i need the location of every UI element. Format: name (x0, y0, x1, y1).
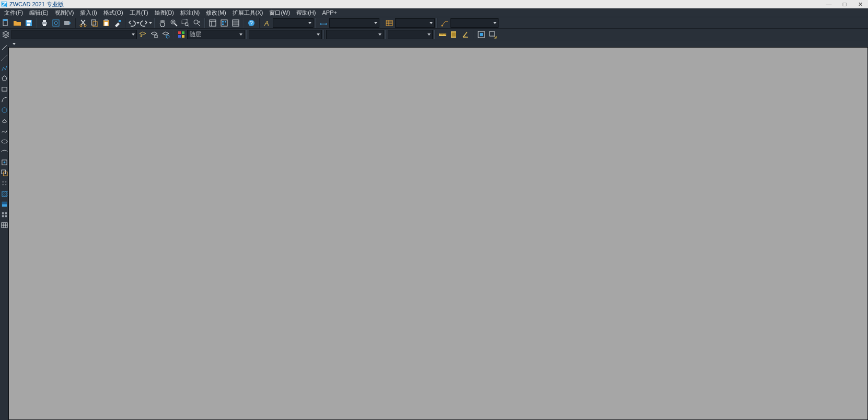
svg-rect-45 (490, 31, 494, 36)
menu-app-plus[interactable]: APP+ (319, 9, 340, 16)
arc-tool[interactable] (1, 96, 8, 103)
table-style-select[interactable] (395, 18, 435, 28)
undo-dropdown[interactable] (136, 19, 140, 27)
polygon-tool[interactable] (1, 75, 8, 82)
measure-area-button[interactable] (449, 30, 459, 39)
circle-tool[interactable] (1, 106, 8, 113)
properties-panel-button[interactable] (208, 18, 217, 28)
table-tool[interactable] (1, 221, 8, 229)
gradient-tool[interactable] (1, 200, 8, 208)
text-style-select[interactable] (273, 18, 314, 28)
zoom-realtime-button[interactable] (169, 18, 179, 28)
match-properties-button[interactable] (113, 18, 122, 28)
publish-button[interactable] (63, 18, 72, 28)
line-tool[interactable] (1, 43, 8, 51)
svg-rect-5 (27, 24, 30, 26)
close-button[interactable]: ✕ (852, 1, 868, 8)
cut-button[interactable] (78, 18, 88, 28)
lineweight-select[interactable] (326, 30, 384, 39)
svg-rect-56 (2, 191, 6, 196)
table-style-icon[interactable] (385, 18, 394, 28)
redo-button[interactable] (140, 19, 153, 27)
save-file-button[interactable] (24, 18, 33, 28)
minimize-button[interactable]: — (821, 1, 837, 8)
layer-previous-button[interactable] (138, 30, 147, 39)
svg-text:A: A (264, 19, 269, 27)
menu-draw[interactable]: 绘图(D) (152, 9, 177, 17)
tool-palettes-button[interactable] (231, 18, 240, 28)
layer-select[interactable] (11, 30, 137, 39)
spline-tool[interactable] (1, 127, 8, 134)
color-select[interactable]: 随层 (187, 30, 245, 39)
design-center-button[interactable] (219, 18, 229, 28)
block-create-button[interactable] (488, 30, 497, 39)
menu-extension-tools[interactable]: 扩展工具(X) (229, 9, 267, 17)
svg-rect-40 (182, 35, 184, 38)
svg-rect-61 (2, 215, 4, 217)
menu-modify[interactable]: 修改(M) (203, 9, 229, 17)
multileader-style-icon[interactable] (440, 18, 449, 28)
dimension-style-icon[interactable] (319, 18, 328, 28)
print-button[interactable] (40, 18, 49, 28)
polyline-tool[interactable] (1, 64, 8, 72)
svg-point-47 (2, 107, 6, 112)
draw-toolbar (0, 40, 8, 420)
block-insert-button[interactable] (477, 30, 486, 39)
layer-states-button[interactable] (149, 30, 159, 39)
menu-window[interactable]: 窗口(W) (266, 9, 293, 17)
svg-rect-19 (119, 20, 121, 22)
layer-properties-icon[interactable] (1, 30, 10, 39)
maximize-button[interactable]: □ (837, 1, 852, 8)
svg-rect-35 (155, 35, 157, 38)
hatch-tool[interactable] (1, 190, 8, 197)
point-tool[interactable] (1, 179, 8, 187)
svg-rect-25 (221, 20, 227, 26)
ellipse-arc-tool[interactable] (1, 148, 8, 155)
measure-distance-button[interactable] (438, 30, 447, 39)
menu-tools[interactable]: 工具(T) (126, 9, 152, 17)
rectangle-tool[interactable] (1, 85, 8, 93)
svg-point-53 (5, 181, 6, 182)
svg-point-10 (54, 21, 57, 25)
print-preview-button[interactable] (51, 18, 61, 28)
menu-dimension[interactable]: 标注(N) (177, 9, 203, 17)
svg-rect-8 (43, 24, 46, 26)
svg-rect-63 (1, 222, 7, 227)
menu-help[interactable]: 帮助(H) (293, 9, 319, 17)
menu-insert[interactable]: 插入(I) (77, 9, 100, 17)
insert-block-tool[interactable] (1, 158, 8, 166)
make-block-tool[interactable] (1, 169, 8, 176)
menu-view[interactable]: 视图(V) (52, 9, 77, 17)
revision-cloud-tool[interactable] (1, 117, 8, 124)
menu-file[interactable]: 文件(F) (1, 9, 26, 17)
redo-dropdown[interactable] (148, 19, 153, 27)
measure-angle-button[interactable] (461, 30, 470, 39)
open-file-button[interactable] (13, 18, 22, 28)
zoom-previous-button[interactable] (192, 18, 202, 28)
multileader-style-select[interactable] (450, 18, 499, 28)
plot-style-select[interactable] (388, 30, 433, 39)
menu-format[interactable]: 格式(O) (100, 9, 126, 17)
svg-rect-27 (225, 21, 226, 22)
svg-rect-44 (480, 33, 483, 36)
drawing-canvas[interactable] (8, 47, 868, 420)
tab-dropdown-arrow[interactable] (11, 41, 17, 47)
paste-button[interactable] (101, 18, 111, 28)
help-button[interactable]: ? (247, 18, 256, 28)
pan-button[interactable] (158, 18, 167, 28)
region-tool[interactable] (1, 211, 8, 218)
svg-rect-60 (5, 212, 7, 214)
ellipse-tool[interactable] (1, 138, 8, 145)
new-file-button[interactable] (1, 18, 10, 28)
svg-rect-2 (3, 19, 7, 21)
layer-isolate-button[interactable] (161, 30, 170, 39)
linetype-select[interactable] (249, 30, 322, 39)
dimension-style-select[interactable] (329, 18, 379, 28)
construction-line-tool[interactable] (1, 54, 8, 61)
menu-edit[interactable]: 编辑(E) (26, 9, 52, 17)
zoom-window-button[interactable] (181, 18, 190, 28)
app-logo-icon (1, 1, 7, 7)
text-style-icon[interactable]: A (262, 18, 272, 28)
copy-button[interactable] (90, 18, 99, 28)
undo-button[interactable] (128, 19, 140, 27)
